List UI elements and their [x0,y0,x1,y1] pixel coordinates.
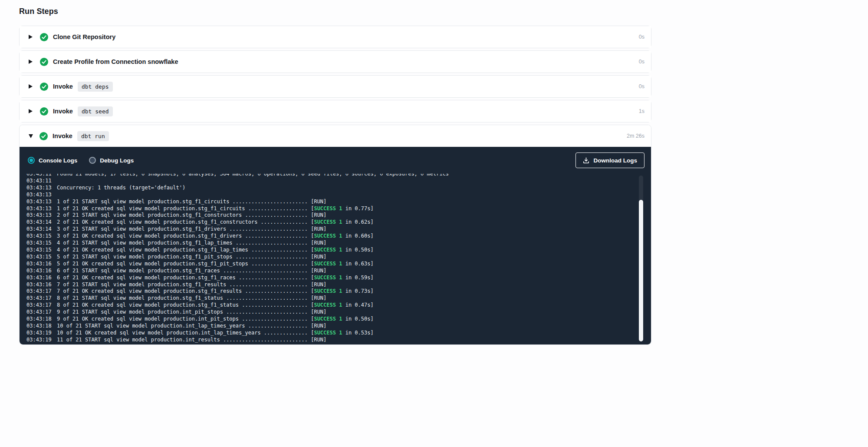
log-message: 11 of 21 START sql view model production… [57,337,326,344]
step-duration: 1s [639,108,644,114]
radio-selected-icon[interactable] [28,157,35,164]
radio-unselected-icon[interactable] [89,157,96,164]
log-message: 9 of 21 OK created sql view model produc… [57,316,374,323]
log-timestamp: 03:43:15 [26,233,57,240]
console-log-area[interactable]: 03:43:11Found 21 models, 17 tests, 0 sna… [20,174,651,344]
console-log-lines: 03:43:11Found 21 models, 17 tests, 0 sna… [26,174,635,344]
log-timestamp: 03:43:15 [26,240,57,247]
log-line: 03:43:154 of 21 OK created sql view mode… [26,247,635,254]
log-line: 03:43:155 of 21 START sql view model pro… [26,254,635,261]
log-timestamp: 03:43:17 [26,302,57,309]
log-message: 1 of 21 START sql view model production.… [57,199,326,205]
log-line: 03:43:165 of 21 OK created sql view mode… [26,261,635,268]
log-message: 4 of 21 START sql view model production.… [57,240,326,247]
step-header[interactable]: Create Profile from Connection snowflake… [20,51,651,73]
log-timestamp: 03:43:18 [26,323,57,330]
step-duration: 0s [639,59,644,65]
console-scrollbar[interactable] [639,175,643,341]
log-line: 03:43:13Concurrency: 1 threads (target='… [26,185,635,192]
step-header[interactable]: Invoke dbt seed 1s [20,100,651,122]
log-message: 8 of 21 START sql view model production.… [57,295,326,302]
console-logs-tab[interactable]: Console Logs [28,157,77,164]
log-message: 4 of 21 OK created sql view model produc… [57,247,374,254]
log-timestamp: 03:43:17 [26,309,57,316]
log-line: 03:43:189 of 21 OK created sql view mode… [26,316,635,323]
log-line: 03:43:1911 of 21 START sql view model pr… [26,337,635,344]
step-duration: 0s [639,83,644,89]
log-message: 2 of 21 START sql view model production.… [57,212,326,219]
log-timestamp: 03:43:18 [26,316,57,323]
success-check-icon [40,107,48,116]
log-message: 5 of 21 OK created sql view model produc… [57,261,374,268]
step-label: Create Profile from Connection snowflake [53,58,178,65]
log-line: 03:43:167 of 21 START sql view model pro… [26,281,635,288]
step-label: Clone Git Repository [53,33,115,40]
steps-list: Clone Git Repository 0s Create Profile f… [19,26,651,345]
log-line: 03:43:142 of 21 OK created sql view mode… [26,219,635,226]
step-header[interactable]: Invoke dbt run 2m 26s [20,125,651,147]
log-timestamp: 03:43:17 [26,295,57,302]
log-timestamp: 03:43:14 [26,226,57,233]
log-line: 03:43:132 of 21 START sql view model pro… [26,212,635,219]
log-timestamp: 03:43:11 [26,174,57,178]
step-label: Invoke [53,132,72,139]
log-success-status: SUCCESS 1 [314,288,342,294]
log-timestamp: 03:43:16 [26,281,57,288]
step-header[interactable]: Clone Git Repository 0s [20,26,651,48]
step-row-clone-git-repository[interactable]: Clone Git Repository 0s [19,26,651,48]
success-check-icon [40,58,48,66]
step-row-create-profile[interactable]: Create Profile from Connection snowflake… [19,50,651,73]
console-scrollbar-thumb[interactable] [639,200,643,341]
log-message: 7 of 21 OK created sql view model produc… [57,288,374,295]
success-check-icon [40,83,48,91]
caret-right-icon[interactable] [29,60,33,64]
step-label: Invoke [53,108,73,115]
download-icon [583,157,589,164]
log-line: 03:43:153 of 21 OK created sql view mode… [26,233,635,240]
log-line: 03:43:131 of 21 START sql view model pro… [26,199,635,205]
log-line: 03:43:166 of 21 START sql view model pro… [26,268,635,275]
log-success-status: SUCCESS 1 [314,316,342,322]
log-line: 03:43:143 of 21 START sql view model pro… [26,226,635,233]
log-line: 03:43:179 of 21 START sql view model pro… [26,309,635,316]
log-success-status: SUCCESS 1 [314,233,342,239]
log-timestamp: 03:43:15 [26,254,57,261]
log-timestamp: 03:43:19 [26,337,57,344]
log-timestamp: 03:43:14 [26,219,57,226]
step-command-chip: dbt run [77,131,109,141]
debug-logs-label: Debug Logs [100,157,134,164]
log-success-status: SUCCESS 1 [314,247,342,253]
log-message: 1 of 21 OK created sql view model produc… [57,205,374,212]
download-logs-label: Download Logs [594,157,638,164]
log-timestamp: 03:43:13 [26,192,57,199]
caret-down-icon[interactable] [29,134,33,138]
log-timestamp: 03:43:13 [26,212,57,219]
log-timestamp: 03:43:13 [26,205,57,212]
log-message: Found 21 models, 17 tests, 0 snapshots, … [57,174,449,178]
log-line: 03:43:11Found 21 models, 17 tests, 0 sna… [26,174,635,178]
caret-right-icon[interactable] [29,109,33,113]
log-success-status: SUCCESS 1 [314,219,342,225]
log-message: 6 of 21 START sql view model production.… [57,268,326,275]
step-row-invoke-dbt-deps[interactable]: Invoke dbt deps 0s [19,75,651,98]
log-message: 7 of 21 START sql view model production.… [57,281,326,288]
log-success-status: SUCCESS 1 [314,261,342,267]
log-message: 10 of 21 OK created sql view model produ… [57,330,374,337]
step-label: Invoke [53,83,73,90]
log-line: 03:43:1810 of 21 START sql view model pr… [26,323,635,330]
log-line: 03:43:154 of 21 START sql view model pro… [26,240,635,247]
log-message: Concurrency: 1 threads (target='default'… [57,185,185,192]
run-steps-page: Run Steps Clone Git Repository 0s Create… [0,0,868,345]
caret-right-icon[interactable] [29,35,33,39]
page-title: Run Steps [19,7,868,16]
step-row-invoke-dbt-seed[interactable]: Invoke dbt seed 1s [19,100,651,123]
caret-right-icon[interactable] [29,84,33,89]
log-timestamp: 03:43:13 [26,185,57,192]
debug-logs-tab[interactable]: Debug Logs [89,157,134,164]
log-line: 03:43:177 of 21 OK created sql view mode… [26,288,635,295]
step-header[interactable]: Invoke dbt deps 0s [20,76,651,97]
log-success-status: SUCCESS 1 [314,205,342,212]
log-line: 03:43:13 [26,192,635,199]
download-logs-button[interactable]: Download Logs [575,152,645,168]
log-line: 03:43:178 of 21 OK created sql view mode… [26,302,635,309]
